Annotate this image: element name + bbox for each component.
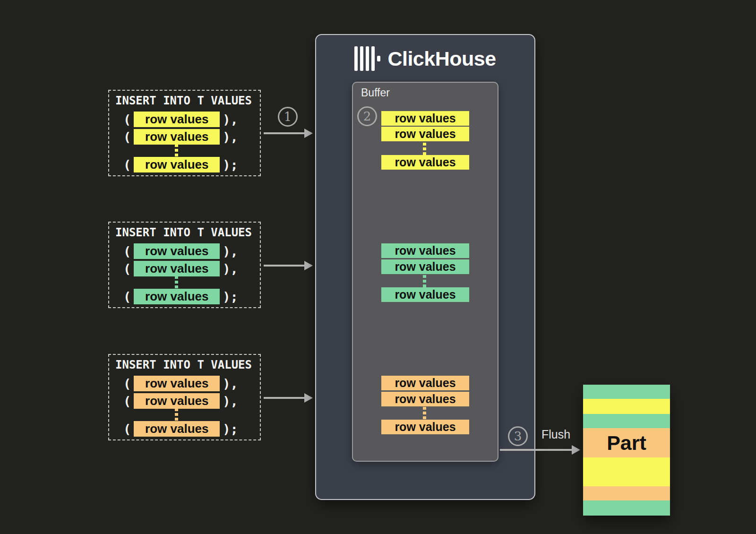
ellipsis-dots-icon xyxy=(423,143,426,155)
insert-statement-block-1: INSERT INTO T VALUES ( row values ), ( r… xyxy=(108,90,261,176)
buffer-row: row values xyxy=(381,376,469,390)
part-stripe xyxy=(583,399,670,414)
close-paren-comma: ), xyxy=(223,244,238,258)
insert-row-line: ( row values ), xyxy=(123,111,238,127)
ellipsis-dots-icon xyxy=(175,408,178,421)
part-box: Part xyxy=(583,385,670,516)
insert-row-line: ( row values ), xyxy=(123,375,238,391)
row-values-chip: row values xyxy=(134,261,220,276)
close-paren-comma: ), xyxy=(223,129,238,144)
clickhouse-header: ClickHouse xyxy=(316,46,534,71)
arrow-1-head-icon xyxy=(304,129,313,138)
insert-row-line: ( row values ), xyxy=(123,260,238,276)
arrow-1-line xyxy=(264,132,304,134)
buffer-row: row values xyxy=(381,111,469,126)
row-values-chip: row values xyxy=(134,157,220,172)
flush-arrow-head-icon xyxy=(572,445,580,455)
close-paren-semicolon: ); xyxy=(223,289,238,304)
part-stripe xyxy=(583,457,670,486)
insert-title: INSERT INTO T VALUES xyxy=(115,226,252,239)
arrow-3-head-icon xyxy=(304,393,313,403)
flush-arrow-line xyxy=(500,449,572,451)
part-stripe xyxy=(583,500,670,516)
open-paren: ( xyxy=(123,376,131,391)
row-values-chip: row values xyxy=(134,421,220,437)
step-3-badge: 3 xyxy=(508,426,528,446)
insert-row-line: ( row values ), xyxy=(123,129,238,145)
clickhouse-logo-icon xyxy=(354,46,380,71)
arrow-2-head-icon xyxy=(304,261,313,270)
close-paren-semicolon: ); xyxy=(223,422,238,436)
arrow-3-line xyxy=(264,397,304,399)
buffer-row: row values xyxy=(381,392,469,406)
insert-row-line: ( row values ); xyxy=(123,288,238,304)
row-values-chip: row values xyxy=(134,112,220,127)
clickhouse-title: ClickHouse xyxy=(387,47,496,70)
insert-statement-block-3: INSERT INTO T VALUES ( row values ), ( r… xyxy=(108,354,261,440)
buffer-row: row values xyxy=(381,127,469,141)
buffer-row: row values xyxy=(381,259,469,274)
open-paren: ( xyxy=(123,112,131,127)
close-paren-semicolon: ); xyxy=(223,157,238,172)
open-paren: ( xyxy=(123,157,131,172)
buffer-row: row values xyxy=(381,287,469,302)
row-values-chip: row values xyxy=(134,129,220,145)
part-stripe xyxy=(583,486,670,500)
row-values-chip: row values xyxy=(134,393,220,409)
insert-row-line: ( row values ); xyxy=(123,421,238,437)
insert-statement-block-2: INSERT INTO T VALUES ( row values ), ( r… xyxy=(108,222,261,308)
open-paren: ( xyxy=(123,244,131,258)
row-values-chip: row values xyxy=(134,289,220,304)
step-2-badge: 2 xyxy=(357,106,377,126)
row-values-chip: row values xyxy=(134,243,220,259)
close-paren-comma: ), xyxy=(223,394,238,408)
close-paren-comma: ), xyxy=(223,261,238,276)
diagram-canvas: INSERT INTO T VALUES ( row values ), ( r… xyxy=(0,0,756,534)
buffer-row: row values xyxy=(381,243,469,258)
open-paren: ( xyxy=(123,394,131,408)
part-stripe xyxy=(583,414,670,428)
ellipsis-dots-icon xyxy=(423,275,426,287)
open-paren: ( xyxy=(123,129,131,144)
ellipsis-dots-icon xyxy=(175,276,178,288)
part-stripe xyxy=(583,385,670,399)
close-paren-comma: ), xyxy=(223,112,238,127)
flush-label: Flush xyxy=(541,428,570,441)
row-values-chip: row values xyxy=(134,376,220,391)
close-paren-comma: ), xyxy=(223,376,238,391)
step-1-badge: 1 xyxy=(278,107,298,127)
buffer-label: Buffer xyxy=(361,86,390,99)
ellipsis-dots-icon xyxy=(423,407,426,419)
insert-row-line: ( row values ), xyxy=(123,393,238,409)
buffer-row: row values xyxy=(381,155,469,170)
open-paren: ( xyxy=(123,289,131,304)
insert-row-line: ( row values ), xyxy=(123,243,238,259)
insert-title: INSERT INTO T VALUES xyxy=(115,94,252,107)
open-paren: ( xyxy=(123,261,131,276)
open-paren: ( xyxy=(123,422,131,436)
insert-row-line: ( row values ); xyxy=(123,156,238,172)
buffer-row: row values xyxy=(381,420,469,434)
arrow-2-line xyxy=(264,265,304,267)
part-label: Part xyxy=(583,428,670,457)
ellipsis-dots-icon xyxy=(175,144,178,156)
insert-title: INSERT INTO T VALUES xyxy=(115,358,252,371)
